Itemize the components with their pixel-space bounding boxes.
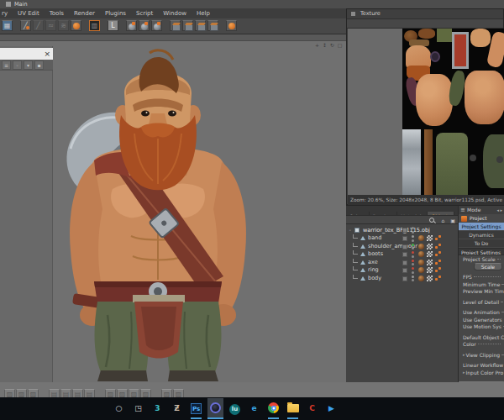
uvw-tag-icon[interactable] [427,267,433,273]
texture-tag-icon[interactable] [435,262,438,265]
attribute-row-view-clipping[interactable]: ▸View Clipping [459,351,504,359]
uv-texture-atlas[interactable] [402,29,504,195]
mode-label[interactable]: Mode [467,207,480,213]
attribute-row-project-scale[interactable]: Project Scale [459,255,504,263]
palette-titlebar[interactable]: × [0,48,53,60]
menu-tools[interactable]: Tools [45,8,69,18]
paint-toggle-icon[interactable] [402,228,407,233]
menu-script[interactable]: Script [131,8,158,18]
texture-tag-icon[interactable] [435,254,438,256]
texture-canvas[interactable] [348,29,504,195]
editor-visibility-dot[interactable] [412,267,414,270]
object-row-band[interactable]: band [346,234,458,243]
cube-mode-2-icon[interactable]: ▢ [182,20,193,31]
attribute-row-minimum-time[interactable]: Minimum Time [459,281,504,288]
taskbar-icon-file-explorer[interactable] [285,398,301,419]
pan-icon[interactable]: + [313,42,321,49]
texture-tag-icon[interactable] [438,260,441,262]
attribute-mode-bar[interactable]: ≡ Mode ◂ ▸ [459,206,504,214]
attribute-row-use-generators[interactable]: Use Generators [459,316,504,323]
uv-transform-1-icon[interactable]: ● [126,20,137,31]
expand-icon[interactable]: ◦ [349,226,352,234]
objects-menu-file[interactable]: File [354,222,368,224]
uvw-tag-icon[interactable] [427,235,433,241]
attr-tab-project-settings[interactable]: Project Settings [459,223,504,230]
expand-arrow-icon[interactable]: ▸ [463,352,465,357]
cube-mode-1-icon[interactable]: ▢ [170,20,181,31]
texture-tag-icon[interactable] [435,278,438,281]
taskbar-icon-tray-ellipse-app[interactable]: ○ [111,398,127,419]
texture-tag-icon[interactable] [438,244,441,246]
object-row-ring[interactable]: ring [346,266,458,275]
render-visibility-dot[interactable] [412,263,414,265]
taskbar-icon-lumion[interactable]: lu [227,398,243,419]
taskbar-icon-notes-app[interactable]: ◳ [130,398,146,419]
uvw-tag-icon[interactable] [427,244,433,249]
objects-menu-edit[interactable]: Edit [368,222,383,224]
attribute-row-preview-min-tim[interactable]: Preview Min Tim [459,288,504,296]
toggle-view-icon[interactable]: ▢ [336,42,344,49]
scale-button[interactable]: Scale [474,263,502,270]
texture-window-titlebar[interactable]: Texture [347,9,503,18]
nav-arrows-icon[interactable]: ◂ ▸ [496,206,502,214]
light-tile-icon[interactable]: L [108,20,118,31]
texture-tag-icon[interactable] [438,267,441,270]
object-name[interactable]: warrior_tex_BP_1115.obj [363,226,430,234]
menu-window[interactable]: Window [158,8,192,18]
material-thumbnail[interactable] [418,260,424,265]
paint-toggle-icon[interactable] [402,260,407,265]
attribute-row-use-motion-sys[interactable]: Use Motion Sys [459,323,504,331]
render-visibility-dot[interactable] [412,239,414,242]
menu-help[interactable]: Help [192,8,215,18]
attr-tab-to-do[interactable]: To Do [459,239,504,247]
editor-visibility-dot[interactable] [412,244,414,246]
render-settings-icon[interactable]: ● [71,20,81,31]
editor-visibility-dot[interactable] [412,251,414,254]
menu-uv-edit[interactable]: UV Edit [13,8,45,18]
dot-icon[interactable]: ◦ [13,60,22,70]
objects-menu-objects[interactable]: Objects [400,222,424,224]
uvw-tag-icon[interactable] [427,276,433,281]
knife-tool-icon[interactable]: ╱ [33,20,44,31]
texture-tag-icon[interactable] [438,235,441,238]
material-ball-icon[interactable]: ● [226,20,237,31]
paint-toggle-icon[interactable] [402,236,407,241]
taskbar-icon-edge[interactable]: e [246,398,262,419]
active-texture-tool-icon[interactable]: ▥ [89,20,100,31]
expand-arrow-icon[interactable]: ▸ [463,370,465,375]
filter-icon[interactable]: ▣ [449,217,456,224]
grid-icon[interactable]: ▪ [34,60,44,70]
paint-toggle-icon[interactable] [402,276,407,281]
attribute-row-linear-workflow[interactable]: Linear Workflow [459,362,504,370]
material-thumbnail[interactable] [418,235,424,241]
uv-transform-2-icon[interactable]: ● [139,20,150,31]
material-thumbnail[interactable] [418,251,424,257]
uvw-tag-icon[interactable] [427,251,433,257]
visibility-dots[interactable] [412,227,414,234]
render-visibility-dot[interactable] [412,271,414,274]
uv-transform-3-icon[interactable]: ● [151,20,162,31]
attribute-row-default-object-c[interactable]: Default Object C [459,333,504,341]
texture-tag-icon[interactable] [438,251,441,254]
object-row-root[interactable]: ◦ warrior_tex_BP_1115.obj [346,226,458,234]
texture-tag-icon[interactable] [435,238,438,240]
texture-tag-icon[interactable] [435,270,438,272]
zoom-icon[interactable]: ↕ [321,42,328,49]
object-row-shoulder-ammour[interactable]: shoulder_ammour [346,243,458,251]
render-visibility-dot[interactable] [412,247,414,249]
object-row-boots[interactable]: boots [346,250,458,259]
texture-tag-icon[interactable] [435,246,438,249]
attribute-row-level-of-detail[interactable]: Level of Detail [459,298,504,306]
uvw-tag-icon[interactable] [427,260,433,265]
texture-window[interactable]: Texture FileEditImageLayerSelectUV MeshV… [346,8,504,205]
attribute-row-color[interactable]: Color [459,341,504,349]
close-icon[interactable]: × [44,49,50,59]
object-row-body[interactable]: body [346,275,458,283]
floating-palette[interactable]: × ≡◦▾▪ [0,46,53,382]
visibility-dots[interactable] [412,276,414,283]
render-visibility-dot[interactable] [412,279,414,281]
dropdown-icon[interactable]: ▾ [24,60,33,70]
menu-plugins[interactable]: Plugins [100,8,131,18]
paint-toggle-icon[interactable] [402,268,407,273]
taskbar-icon-media-player[interactable]: ▶ [323,398,339,419]
